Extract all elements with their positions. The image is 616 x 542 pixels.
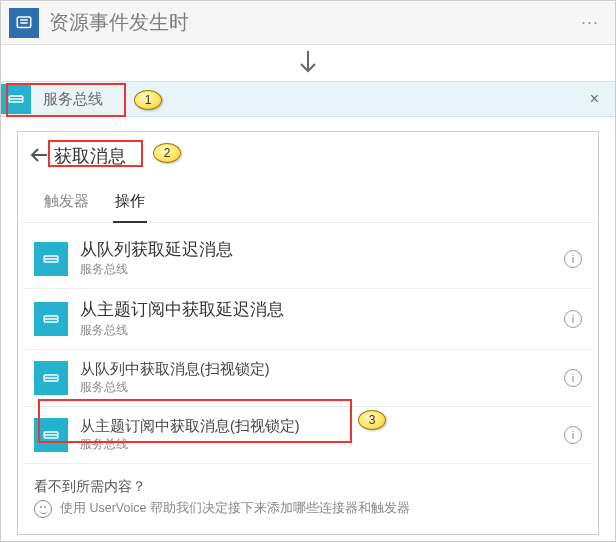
list-item[interactable]: 从主题订阅中获取消息(扫视锁定) 服务总线 i [24,407,592,464]
footer-suggest-text: 使用 UserVoice 帮助我们决定接下来添加哪些连接器和触发器 [60,500,410,517]
info-icon[interactable]: i [564,310,582,328]
flow-arrow-area [1,45,615,81]
list-item-title: 从主题订阅中获取消息(扫视锁定) [80,417,556,435]
list-item-title: 从队列中获取消息(扫视锁定) [80,360,556,378]
servicebus-icon [34,361,68,395]
tabs: 触发器 操作 [18,176,598,223]
connector-label: 服务总线 [43,90,584,109]
tab-triggers[interactable]: 触发器 [42,186,91,222]
list-item-text: 从队列中获取消息(扫视锁定) 服务总线 [80,360,556,396]
smiley-icon [34,500,52,518]
list-item[interactable]: 从队列中获取消息(扫视锁定) 服务总线 i [24,350,592,407]
trigger-header: 资源事件发生时 ··· [1,1,615,45]
search-row [18,132,598,176]
tab-actions[interactable]: 操作 [113,186,147,223]
info-icon[interactable]: i [564,250,582,268]
list-item-sub: 服务总线 [80,436,556,453]
app-icon [9,8,39,38]
connector-bar: 服务总线 × [1,81,615,117]
trigger-title: 资源事件发生时 [49,9,573,36]
list-item[interactable]: 从队列获取延迟消息 服务总线 i [24,229,592,289]
list-item-sub: 服务总线 [80,322,556,339]
list-item-text: 从主题订阅中获取消息(扫视锁定) 服务总线 [80,417,556,453]
footer-suggest: 使用 UserVoice 帮助我们决定接下来添加哪些连接器和触发器 [34,500,582,518]
action-list: 从队列获取延迟消息 服务总线 i 从主题订阅中获取延迟消息 服务总线 i [18,223,598,464]
arrow-down-icon [297,50,319,76]
more-menu-button[interactable]: ··· [573,8,607,37]
info-icon[interactable]: i [564,426,582,444]
close-button[interactable]: × [584,86,605,112]
list-item-title: 从主题订阅中获取延迟消息 [80,299,556,320]
list-item-sub: 服务总线 [80,261,556,278]
back-button[interactable] [28,142,54,170]
footer-hint: 看不到所需内容？ 使用 UserVoice 帮助我们决定接下来添加哪些连接器和触… [18,464,598,518]
list-item[interactable]: 从主题订阅中获取延迟消息 服务总线 i [24,289,592,349]
servicebus-icon [34,418,68,452]
list-item-title: 从队列获取延迟消息 [80,239,556,260]
search-input[interactable] [54,146,144,167]
list-item-text: 从队列获取延迟消息 服务总线 [80,239,556,278]
info-icon[interactable]: i [564,369,582,387]
action-picker-panel: 触发器 操作 从队列获取延迟消息 服务总线 i 从主题订阅中获取延迟消息 [17,131,599,535]
list-item-sub: 服务总线 [80,379,556,396]
footer-question: 看不到所需内容？ [34,478,582,496]
list-item-text: 从主题订阅中获取延迟消息 服务总线 [80,299,556,338]
servicebus-icon [34,242,68,276]
servicebus-icon [1,84,31,114]
servicebus-icon [34,302,68,336]
